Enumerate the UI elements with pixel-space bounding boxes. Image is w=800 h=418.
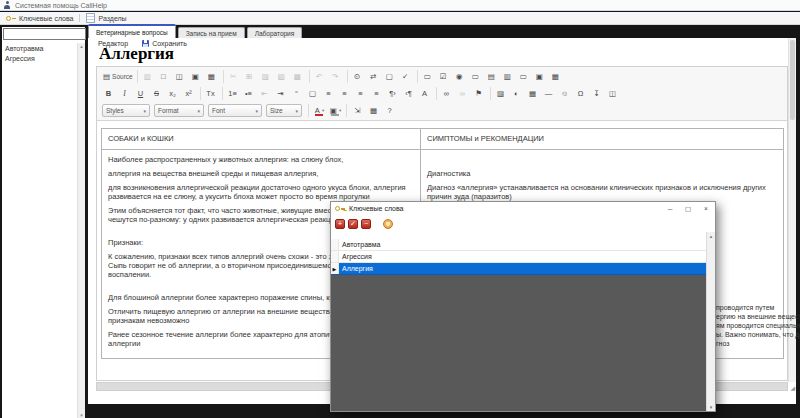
- align-right-button[interactable]: ≡: [354, 87, 369, 100]
- dialog-scrollbar[interactable]: ▴ ▾: [706, 232, 715, 411]
- find-button[interactable]: ⊙: [351, 70, 366, 83]
- align-center-button[interactable]: ≡: [338, 87, 353, 100]
- styles-dropdown[interactable]: Styles ▾: [102, 104, 150, 117]
- superscript-button[interactable]: x²: [182, 87, 197, 100]
- keyword-row[interactable]: Автотравма: [331, 239, 706, 251]
- special-char-button[interactable]: Ω: [574, 87, 589, 100]
- blockquote-button[interactable]: “: [290, 87, 305, 100]
- page-break-button[interactable]: ↧: [590, 87, 605, 100]
- edit-keyword-button[interactable]: ✓: [348, 219, 358, 229]
- maximize-button[interactable]: ▢: [679, 202, 697, 215]
- tab-laboratory[interactable]: Лаборатория: [247, 27, 303, 38]
- subscript-button[interactable]: x₂: [166, 87, 181, 100]
- hidden-field-button[interactable]: ▦: [549, 70, 564, 83]
- paste-word-button[interactable]: ▩: [291, 70, 306, 83]
- sidebar-item[interactable]: Автотравма: [2, 43, 77, 53]
- keyword-row[interactable]: Агрессия: [331, 251, 706, 263]
- smiley-button[interactable]: ☺: [558, 87, 573, 100]
- copy-button[interactable]: ⊞: [243, 70, 258, 83]
- text-color-button[interactable]: A ▾: [312, 104, 327, 117]
- checkbox-button[interactable]: ☑: [437, 70, 452, 83]
- cut-button[interactable]: ✂: [227, 70, 242, 83]
- about-button[interactable]: ?: [382, 104, 397, 117]
- align-left-button[interactable]: ≡: [322, 87, 337, 100]
- background-color-button[interactable]: ▣ ▾: [328, 104, 343, 117]
- radio-button[interactable]: ◉: [453, 70, 468, 83]
- link-button[interactable]: ∞: [440, 87, 455, 100]
- templates-button[interactable]: ▦: [205, 70, 220, 83]
- size-dropdown[interactable]: Size ▾: [266, 104, 302, 117]
- keyword-row[interactable]: Аллергия: [331, 263, 706, 275]
- image-button-button[interactable]: ▣: [533, 70, 548, 83]
- new-page-button[interactable]: □: [157, 70, 172, 83]
- minimize-button[interactable]: ─: [661, 202, 679, 215]
- button-glyph: ▨: [497, 89, 504, 98]
- add-keyword-button[interactable]: +: [335, 219, 345, 229]
- maximize-button[interactable]: ⇲: [350, 104, 365, 117]
- underline-button[interactable]: U: [134, 87, 149, 100]
- tab-appointment[interactable]: Запись на прием: [178, 27, 245, 38]
- scroll-up-icon[interactable]: ▴: [710, 233, 713, 239]
- dialog-titlebar[interactable]: Ключевые слова ─ ▢ ×: [331, 202, 715, 215]
- resize-grip-icon[interactable]: ◢: [790, 384, 795, 391]
- justify-button[interactable]: ≡: [370, 87, 385, 100]
- scroll-down-icon[interactable]: ▾: [80, 412, 83, 418]
- button-glyph: ▢: [386, 72, 393, 81]
- source-button[interactable]: ▤ Source: [102, 70, 134, 83]
- indent-button[interactable]: ⇥: [274, 87, 289, 100]
- bidi-rtl-button[interactable]: ‹¶: [402, 87, 417, 100]
- paste-text-button[interactable]: ▧: [275, 70, 290, 83]
- chevron-down-icon: ▾: [339, 108, 341, 113]
- unlink-button[interactable]: ∞: [456, 87, 471, 100]
- font-dropdown[interactable]: Font ▾: [208, 104, 262, 117]
- textarea-button[interactable]: ▤: [485, 70, 500, 83]
- delete-keyword-button[interactable]: −: [361, 219, 371, 229]
- button-glyph: ◉: [456, 72, 463, 81]
- horizontal-rule-button[interactable]: ―: [542, 87, 557, 100]
- button-glyph: ▣: [536, 72, 543, 81]
- scroll-up-icon[interactable]: ▴: [80, 43, 83, 49]
- sidebar-scrollbar[interactable]: ▴ ▾: [77, 43, 85, 418]
- button-glyph: ⊙: [354, 72, 360, 81]
- save-button[interactable]: ▥: [141, 70, 156, 83]
- iframe-button[interactable]: ◫: [606, 87, 621, 100]
- form-button[interactable]: ▭: [421, 70, 436, 83]
- bold-button[interactable]: B: [102, 87, 117, 100]
- refresh-button[interactable]: [383, 219, 393, 229]
- format-dropdown[interactable]: Format ▾: [154, 104, 204, 117]
- paste-button[interactable]: ▨: [259, 70, 274, 83]
- scrollbar-thumb[interactable]: [790, 40, 795, 120]
- preview-button[interactable]: ◫: [173, 70, 188, 83]
- select-all-button[interactable]: ▢: [383, 70, 398, 83]
- bulleted-list-button[interactable]: •≡: [242, 87, 257, 100]
- outdent-button[interactable]: ⇤: [258, 87, 273, 100]
- image-button[interactable]: ▨: [494, 87, 509, 100]
- sections-button[interactable]: Разделы: [80, 12, 132, 24]
- bidi-ltr-button[interactable]: ¶›: [386, 87, 401, 100]
- replace-button[interactable]: ⇄: [367, 70, 382, 83]
- button-field-button[interactable]: ▭: [517, 70, 532, 83]
- flash-button[interactable]: ◐: [510, 87, 525, 100]
- italic-button[interactable]: I: [118, 87, 133, 100]
- undo-button[interactable]: ↶: [313, 70, 328, 83]
- show-blocks-button[interactable]: ▦: [366, 104, 381, 117]
- language-button[interactable]: A: [418, 87, 433, 100]
- keywords-button[interactable]: Ключевые слова: [0, 12, 79, 24]
- spell-check-button[interactable]: ✓: [399, 70, 414, 83]
- sidebar-item[interactable]: Агрессия: [2, 53, 77, 63]
- text-field-button[interactable]: ▭: [469, 70, 484, 83]
- strike-button[interactable]: S: [150, 87, 165, 100]
- table-button[interactable]: ▦: [526, 87, 541, 100]
- div-button[interactable]: ▢: [306, 87, 321, 100]
- select-field-button[interactable]: ▥: [501, 70, 516, 83]
- keyword-search-input[interactable]: [3, 28, 86, 40]
- redo-button[interactable]: ↷: [329, 70, 344, 83]
- tab-veterinary-questions[interactable]: Ветеринарные вопросы: [88, 24, 176, 38]
- anchor-button[interactable]: ⚑: [472, 87, 487, 100]
- toolbar-group: ⇲ ▦ ?: [346, 104, 400, 117]
- scroll-down-icon[interactable]: ▾: [710, 404, 713, 410]
- remove-format-button[interactable]: Tx: [204, 87, 219, 100]
- print-button[interactable]: ▣: [189, 70, 204, 83]
- numbered-list-button[interactable]: 1≡: [226, 87, 241, 100]
- close-button[interactable]: ×: [697, 202, 715, 215]
